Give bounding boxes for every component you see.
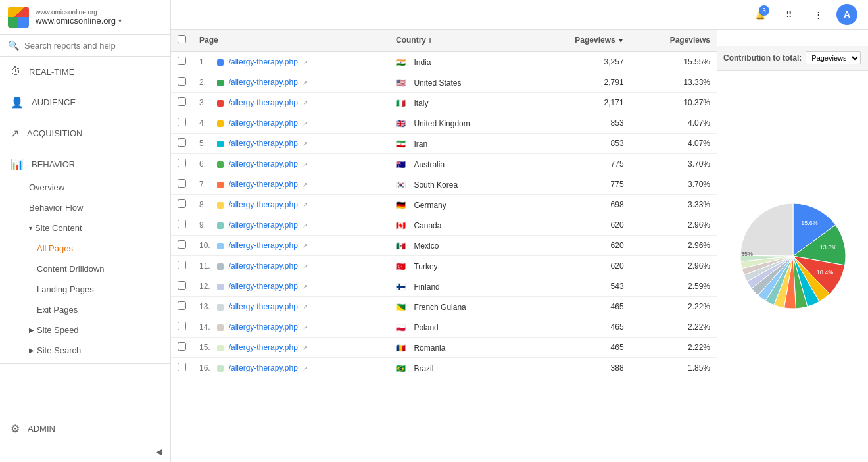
external-link-icon[interactable]: ↗ bbox=[302, 365, 308, 372]
row-checkbox[interactable] bbox=[178, 118, 186, 126]
country-cell: 🇦🇺 Australia bbox=[389, 154, 530, 174]
pageviews-pct-cell: 4.07% bbox=[631, 134, 717, 154]
avatar[interactable]: A bbox=[836, 4, 857, 25]
row-checkbox[interactable] bbox=[178, 240, 186, 249]
page-link[interactable]: /allergy-therapy.php bbox=[229, 139, 298, 148]
page-link[interactable]: /allergy-therapy.php bbox=[229, 363, 298, 372]
nav-content-drilldown[interactable]: Content Drilldown bbox=[0, 259, 170, 279]
pageviews-sort-header[interactable]: Pageviews bbox=[530, 30, 630, 51]
row-checkbox[interactable] bbox=[178, 261, 186, 269]
row-checkbox[interactable] bbox=[178, 138, 186, 147]
external-link-icon[interactable]: ↗ bbox=[302, 242, 308, 249]
external-link-icon[interactable]: ↗ bbox=[302, 344, 308, 351]
country-flag: 🇲🇽 bbox=[396, 242, 408, 249]
pageviews-pct-cell: 4.07% bbox=[631, 113, 717, 134]
pageviews-pct-cell: 2.22% bbox=[631, 317, 717, 338]
external-link-icon[interactable]: ↗ bbox=[302, 79, 308, 86]
external-link-icon[interactable]: ↗ bbox=[302, 181, 308, 188]
row-checkbox[interactable] bbox=[178, 220, 186, 228]
external-link-icon[interactable]: ↗ bbox=[302, 222, 308, 229]
country-column-header[interactable]: Country ℹ bbox=[389, 30, 530, 51]
row-checkbox[interactable] bbox=[178, 97, 186, 106]
row-checkbox[interactable] bbox=[178, 281, 186, 290]
nav-audience[interactable]: 👤 AUDIENCE bbox=[0, 90, 170, 115]
page-link[interactable]: /allergy-therapy.php bbox=[229, 159, 298, 168]
country-name: Finland bbox=[414, 282, 439, 291]
page-cell: 4. /allergy-therapy.php ↗ bbox=[193, 113, 389, 134]
external-link-icon[interactable]: ↗ bbox=[302, 263, 308, 270]
country-name: Brazil bbox=[414, 363, 433, 372]
external-link-icon[interactable]: ↗ bbox=[302, 99, 308, 107]
nav-landing-pages[interactable]: Landing Pages bbox=[0, 279, 170, 299]
pageviews-bar-cell: 465 bbox=[530, 317, 630, 338]
row-checkbox[interactable] bbox=[178, 342, 186, 351]
pageviews-pct-cell: 2.96% bbox=[631, 256, 717, 276]
external-link-icon[interactable]: ↗ bbox=[302, 161, 308, 168]
nav-site-speed[interactable]: ▶ Site Speed bbox=[0, 320, 170, 340]
nav-realtime[interactable]: ⏱ REAL-TIME bbox=[0, 59, 170, 84]
page-cell: 13. /allergy-therapy.php ↗ bbox=[193, 297, 389, 317]
page-link[interactable]: /allergy-therapy.php bbox=[229, 220, 298, 230]
pageviews-bar-cell: 620 bbox=[530, 215, 630, 236]
row-number: 2. bbox=[199, 78, 215, 87]
page-link[interactable]: /allergy-therapy.php bbox=[229, 282, 298, 291]
apps-button[interactable]: ⠿ bbox=[779, 4, 800, 25]
nav-admin[interactable]: ⚙ ADMIN bbox=[0, 416, 170, 442]
site-dropdown-arrow[interactable]: ▾ bbox=[118, 17, 122, 24]
page-link[interactable]: /allergy-therapy.php bbox=[229, 343, 298, 352]
contribution-select[interactable]: Pageviews bbox=[806, 51, 861, 64]
page-link[interactable]: /allergy-therapy.php bbox=[229, 200, 298, 209]
row-checkbox[interactable] bbox=[178, 322, 186, 330]
page-link[interactable]: /allergy-therapy.php bbox=[229, 322, 298, 332]
pageviews-bar-cell: 853 bbox=[530, 113, 630, 134]
nav-site-content[interactable]: ▾ Site Content bbox=[0, 218, 170, 238]
nav-exit-pages[interactable]: Exit Pages bbox=[0, 299, 170, 320]
external-link-icon[interactable]: ↗ bbox=[302, 120, 308, 127]
row-checkbox[interactable] bbox=[178, 57, 186, 65]
table-header-row: Page Country ℹ Pageviews bbox=[171, 30, 717, 51]
color-dot bbox=[217, 243, 224, 249]
page-link[interactable]: /allergy-therapy.php bbox=[229, 118, 298, 128]
external-link-icon[interactable]: ↗ bbox=[302, 59, 308, 66]
page-link[interactable]: /allergy-therapy.php bbox=[229, 302, 298, 311]
page-column-header[interactable]: Page bbox=[193, 30, 389, 51]
row-checkbox[interactable] bbox=[178, 301, 186, 310]
sidebar-header: www.omicsonline.org www.omicsonline.org … bbox=[0, 0, 170, 35]
page-link[interactable]: /allergy-therapy.php bbox=[229, 241, 298, 250]
external-link-icon[interactable]: ↗ bbox=[302, 201, 308, 209]
nav-overview[interactable]: Overview bbox=[0, 177, 170, 197]
row-checkbox[interactable] bbox=[178, 199, 186, 208]
nav-acquisition[interactable]: ↗ ACQUISITION bbox=[0, 120, 170, 146]
page-link[interactable]: /allergy-therapy.php bbox=[229, 261, 298, 270]
country-flag: 🇬🇫 bbox=[396, 303, 408, 311]
nav-behavior-flow[interactable]: Behavior Flow bbox=[0, 197, 170, 218]
more-options-button[interactable]: ⋮ bbox=[808, 4, 829, 25]
row-checkbox[interactable] bbox=[178, 159, 186, 167]
nav-site-search[interactable]: ▶ Site Search bbox=[0, 340, 170, 361]
page-cell: 11. /allergy-therapy.php ↗ bbox=[193, 256, 389, 276]
pie-other-label: 35% bbox=[740, 251, 752, 257]
external-link-icon[interactable]: ↗ bbox=[302, 140, 308, 147]
pageviews-pct-cell: 3.70% bbox=[631, 154, 717, 174]
page-link[interactable]: /allergy-therapy.php bbox=[229, 98, 298, 107]
page-link[interactable]: /allergy-therapy.php bbox=[229, 78, 298, 87]
notification-button[interactable]: 🔔 3 bbox=[750, 4, 771, 25]
external-link-icon[interactable]: ↗ bbox=[302, 303, 308, 311]
search-input[interactable] bbox=[24, 41, 162, 51]
country-cell: 🇬🇧 United Kingdom bbox=[389, 113, 530, 134]
external-link-icon[interactable]: ↗ bbox=[302, 324, 308, 331]
sidebar-collapse-button[interactable]: ◀ bbox=[0, 442, 170, 462]
page-link[interactable]: /allergy-therapy.php bbox=[229, 57, 298, 66]
table-row: 7. /allergy-therapy.php ↗ 🇰🇷 South Korea… bbox=[171, 174, 717, 195]
select-all-checkbox[interactable] bbox=[178, 35, 186, 43]
row-checkbox[interactable] bbox=[178, 77, 186, 86]
row-checkbox[interactable] bbox=[178, 363, 186, 371]
country-name: Turkey bbox=[414, 261, 437, 270]
color-dot bbox=[217, 141, 224, 147]
page-link[interactable]: /allergy-therapy.php bbox=[229, 180, 298, 189]
external-link-icon[interactable]: ↗ bbox=[302, 283, 308, 290]
nav-all-pages[interactable]: All Pages bbox=[0, 238, 170, 259]
country-cell: 🇰🇷 South Korea bbox=[389, 174, 530, 195]
nav-behavior[interactable]: 📊 BEHAVIOR bbox=[0, 151, 170, 177]
row-checkbox[interactable] bbox=[178, 179, 186, 188]
